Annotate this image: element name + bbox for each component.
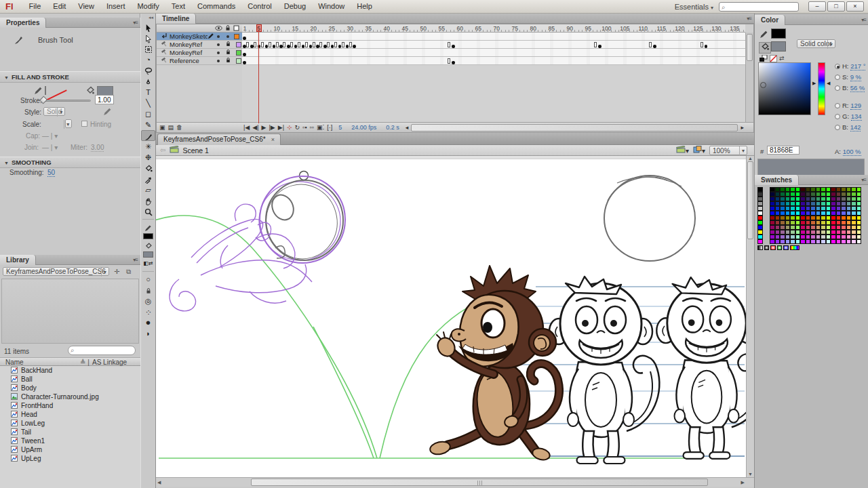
color-swatch[interactable] [836, 230, 842, 235]
color-swatch[interactable] [831, 192, 836, 197]
color-swatch[interactable] [831, 235, 836, 239]
new-folder-icon[interactable]: ▤ [168, 124, 174, 131]
color-swatch[interactable] [821, 225, 826, 230]
minimize-button[interactable]: – [808, 1, 826, 12]
play-icon[interactable]: ▶ [262, 124, 267, 131]
library-item-upleg[interactable]: UpLeg [0, 454, 140, 463]
color-swatch[interactable] [770, 192, 775, 197]
layer-lock-icon[interactable] [225, 57, 231, 64]
keyframe-dot[interactable] [323, 45, 327, 48]
color-swatch[interactable] [806, 201, 811, 206]
color-swatch[interactable] [846, 197, 852, 201]
color-swatch[interactable] [826, 187, 831, 192]
color-swatch[interactable] [790, 201, 795, 206]
library-list-header[interactable]: Name ≜ | AS Linkage [0, 357, 140, 366]
span-end-rect[interactable] [254, 42, 256, 47]
color-swatch[interactable] [785, 192, 791, 197]
color-swatch[interactable] [775, 206, 781, 211]
menu-debug[interactable]: Debug [278, 2, 312, 10]
hex-input[interactable] [767, 146, 800, 155]
hue-slider-arrow-right[interactable]: ◀ [827, 81, 830, 86]
color-swatch[interactable] [800, 201, 806, 206]
value-hot-text[interactable]: 217 ° [850, 62, 865, 70]
color-swatch[interactable] [816, 192, 821, 197]
color-swatch[interactable] [785, 216, 791, 220]
frame-row[interactable] [242, 49, 745, 57]
spray-brush-tool-icon[interactable]: ✳ [141, 141, 155, 152]
outline-all-layers-icon[interactable] [233, 25, 239, 33]
stage-vertical-scrollbar[interactable]: ▲ ▼ [746, 156, 754, 477]
hue-slider-arrow-left[interactable]: ▶ [812, 81, 816, 86]
color-swatch[interactable] [785, 206, 791, 211]
color-swatch[interactable] [841, 225, 846, 230]
span-end-rect[interactable] [298, 42, 300, 47]
color-swatch[interactable] [810, 230, 816, 235]
style-dropdown[interactable]: Solid▾ [43, 107, 65, 116]
green-radial-gradient-swatch[interactable] [777, 245, 783, 250]
panel-menu-icon[interactable]: ▾≡ [861, 177, 866, 183]
eyedropper-tool-icon[interactable] [141, 174, 155, 184]
color-swatch[interactable] [757, 230, 763, 235]
color-swatch[interactable] [846, 206, 852, 211]
color-swatch[interactable] [775, 220, 781, 225]
color-swatch[interactable] [806, 220, 811, 225]
scale-dropdown[interactable]: ▾ [65, 119, 72, 128]
color-swatch[interactable] [775, 211, 781, 216]
ball-sketch[interactable] [253, 175, 347, 266]
color-swatch[interactable] [810, 239, 816, 244]
color-swatch[interactable] [795, 192, 801, 197]
color-swatch[interactable] [816, 235, 821, 239]
color-swatch[interactable] [826, 216, 831, 220]
span-end-rect[interactable] [448, 42, 450, 47]
frame-row[interactable] [242, 57, 745, 65]
join-dropdown[interactable]: — | ▾ [42, 144, 58, 151]
color-swatch[interactable] [800, 230, 806, 235]
color-swatch[interactable] [790, 206, 795, 211]
color-swatch[interactable] [775, 235, 781, 239]
color-swatch[interactable] [770, 235, 775, 239]
color-swatch[interactable] [780, 192, 785, 197]
library-item-character-turnaround-jpg[interactable]: Character-Turnaround.jpg [0, 392, 140, 401]
color-swatch[interactable] [785, 225, 791, 230]
edit-multiple-frames-icon[interactable]: ▣⁚ [317, 124, 324, 131]
outline-monkey-threequarter[interactable] [656, 277, 746, 459]
color-swatch[interactable] [785, 197, 791, 201]
brush-mode-option-icon[interactable]: ◎ [141, 296, 155, 306]
stroke-slider[interactable] [42, 100, 91, 102]
color-swatch[interactable] [816, 197, 821, 201]
menu-control[interactable]: Control [241, 2, 277, 10]
color-swatch[interactable] [816, 230, 821, 235]
span-end-rect[interactable] [342, 42, 344, 47]
span-end-rect[interactable] [327, 42, 330, 47]
keyframe-dot[interactable] [294, 45, 298, 48]
color-swatch[interactable] [831, 225, 836, 230]
color-swatch[interactable] [800, 211, 806, 216]
timeline-ruler[interactable]: 1510152025303540455055606570758085909510… [242, 24, 745, 33]
span-end-rect[interactable] [448, 58, 450, 64]
fill-bucket-icon[interactable] [759, 42, 771, 54]
color-swatch[interactable] [826, 206, 831, 211]
stage-zoom-dropdown[interactable]: 100%▾ [709, 146, 747, 155]
fill-color-swatch[interactable] [771, 41, 786, 52]
color-swatch[interactable] [816, 187, 821, 192]
value-hot-text[interactable]: 142 [850, 123, 861, 131]
span-end-rect[interactable] [246, 42, 249, 47]
timeline-horizontal-scrollbar[interactable] [411, 124, 738, 131]
stroke-value-input[interactable] [95, 95, 114, 104]
library-item-lowleg[interactable]: LowLeg [0, 419, 140, 428]
color-swatch[interactable] [800, 239, 806, 244]
color-swatch[interactable] [806, 206, 811, 211]
hue-slider[interactable] [818, 62, 825, 115]
color-swatch[interactable] [757, 192, 763, 197]
color-swatch[interactable] [790, 230, 795, 235]
cap-dropdown[interactable]: — | ▾ [42, 132, 58, 140]
pin-library-icon[interactable]: ✛ [114, 268, 119, 275]
color-swatch[interactable] [795, 206, 801, 211]
keyframe-dot[interactable] [250, 45, 254, 48]
workspace-switcher[interactable]: Essentials ▾ [669, 3, 719, 11]
swap-colors-icon[interactable]: ◧⇄ [141, 258, 155, 269]
layer-visibility-dot[interactable] [217, 35, 220, 38]
keyframe-dot[interactable] [452, 61, 455, 64]
menu-edit[interactable]: Edit [47, 2, 72, 10]
stroke-pencil-icon[interactable] [760, 30, 768, 40]
